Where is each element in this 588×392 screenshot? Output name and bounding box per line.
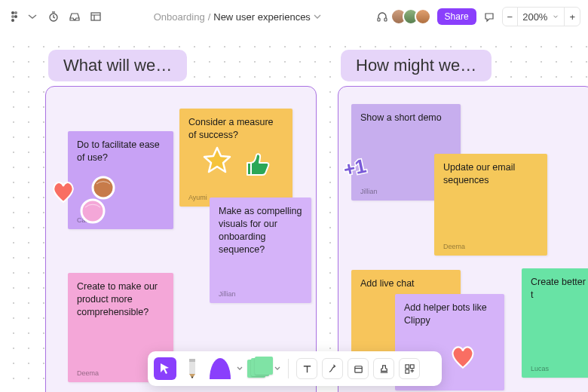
chevron-down-icon[interactable] (311, 10, 324, 23)
breadcrumb-current[interactable]: New user experiences (213, 11, 311, 23)
svg-rect-0 (11, 11, 14, 14)
figma-icon[interactable] (8, 10, 21, 23)
sticky-note[interactable]: Create better t Lucas (522, 268, 588, 378)
shape-tool[interactable] (208, 357, 232, 380)
timer-icon[interactable] (47, 10, 60, 23)
zoom-in-button[interactable]: + (564, 8, 580, 26)
note-author: Deema (77, 369, 99, 378)
note-author: Ayumi (188, 193, 207, 202)
dot-sticker-icon[interactable] (90, 175, 116, 201)
svg-rect-2 (11, 15, 14, 18)
plus-one-icon[interactable]: +1 (341, 152, 378, 182)
svg-rect-12 (354, 366, 361, 372)
svg-point-10 (81, 200, 104, 222)
layout-icon[interactable] (89, 10, 103, 23)
note-author: Deema (443, 242, 465, 251)
zoom-out-button[interactable]: − (503, 8, 518, 26)
bottom-toolbar (148, 351, 442, 386)
note-text: Create better t (531, 277, 586, 300)
svg-rect-7 (378, 18, 380, 21)
chevron-down-icon[interactable] (26, 10, 39, 23)
chevron-down-icon[interactable] (552, 8, 564, 26)
svg-rect-8 (384, 18, 387, 21)
connector-tool[interactable] (322, 358, 343, 379)
svg-rect-4 (11, 19, 14, 22)
separator (288, 359, 289, 378)
sticky-tool[interactable] (247, 357, 270, 380)
pencil-tool[interactable] (181, 357, 204, 380)
top-bar: Onboarding / New user experiences Share … (0, 0, 588, 33)
zoom-control: − 200% + (502, 7, 580, 26)
section-tool[interactable] (348, 358, 369, 379)
stamp-tool[interactable] (373, 358, 394, 379)
avatar[interactable] (415, 8, 431, 25)
section-label-text: What will we… (63, 56, 172, 75)
note-author: Jillian (360, 187, 378, 196)
note-text: Show a short demo (360, 112, 442, 123)
section-label[interactable]: How might we… (341, 50, 492, 81)
svg-rect-15 (405, 369, 409, 373)
canvas[interactable]: What will we… How might we… Do to facili… (0, 33, 588, 392)
avatar-group[interactable] (395, 8, 431, 25)
widgets-tool[interactable] (399, 358, 420, 379)
note-text: Do to facilitate ease of use? (77, 139, 160, 163)
thumbs-up-icon[interactable] (241, 149, 271, 179)
breadcrumb[interactable]: Onboarding / New user experiences (154, 10, 324, 23)
sticky-note[interactable]: Update our email sequences Deema (434, 154, 547, 256)
svg-text:+1: +1 (341, 155, 368, 182)
note-text: Create to make our product more comprehe… (77, 281, 158, 317)
share-button[interactable]: Share (437, 8, 476, 25)
svg-rect-1 (14, 11, 17, 14)
svg-rect-6 (91, 13, 100, 20)
note-text: Add helper bots like Clippy (404, 302, 487, 326)
svg-point-9 (93, 177, 114, 198)
sticky-note[interactable]: Consider a measure of success? Ayumi (179, 109, 292, 207)
cursor-tool[interactable] (154, 357, 176, 380)
svg-rect-14 (410, 364, 414, 368)
note-text: Make as compelling visuals for our onboa… (219, 206, 302, 255)
dot-sticker-icon[interactable] (79, 198, 106, 225)
note-author: Lucas (531, 364, 549, 373)
section-label-text: How might we… (356, 56, 476, 75)
heart-icon[interactable] (50, 179, 77, 205)
breadcrumb-parent[interactable]: Onboarding (154, 11, 205, 23)
inbox-icon[interactable] (68, 10, 81, 23)
note-text: Update our email sequences (443, 162, 515, 185)
chevron-down-icon[interactable] (274, 357, 280, 380)
svg-point-3 (14, 15, 17, 18)
comment-icon[interactable] (482, 10, 496, 23)
note-text: Consider a measure of success? (188, 117, 274, 140)
breadcrumb-sep: / (208, 11, 211, 23)
text-tool[interactable] (296, 358, 317, 379)
sticky-note[interactable]: Make as compelling visuals for our onboa… (210, 198, 311, 303)
note-text: Add live chat (360, 278, 415, 289)
svg-rect-13 (405, 364, 409, 368)
chevron-down-icon[interactable] (237, 357, 243, 380)
section-label[interactable]: What will we… (48, 50, 187, 81)
heart-icon[interactable] (448, 344, 478, 371)
note-author: Jillian (219, 289, 236, 299)
headphones-icon[interactable] (375, 10, 389, 23)
zoom-value[interactable]: 200% (517, 8, 552, 26)
star-icon[interactable] (201, 145, 234, 178)
